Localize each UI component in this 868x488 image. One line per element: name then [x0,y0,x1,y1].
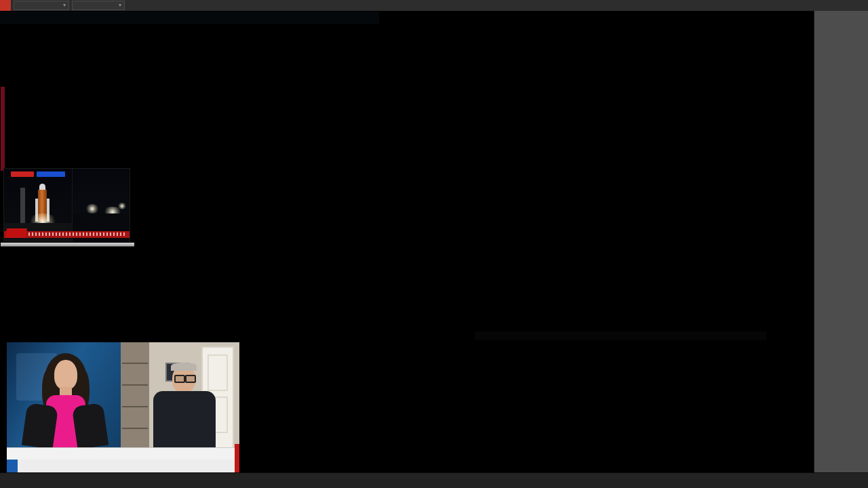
indicator-legend-panel [0,242,135,247]
top-news-badge [7,460,18,472]
chevron-down-icon: ▾ [119,1,121,9]
legend-header [1,243,134,247]
news-ticker-row [7,460,239,472]
guest-scene [121,342,239,447]
ticker-red-strip [235,444,239,472]
instrument-tab-bar [0,472,868,488]
studio-anchor-scene [7,342,121,447]
bar-timer [475,331,766,340]
news-headline [7,447,239,460]
drawing-red-strip [1,87,5,171]
glasses [185,375,196,383]
trading-app-window: { "toolbar": { "chart_label": "Chart", "… [0,0,868,488]
top-toolbar: ▾ ▾ [0,0,868,11]
anchor-face [54,360,77,390]
rocket-stream-video[interactable] [3,168,130,243]
chart-window-button[interactable] [0,0,11,11]
stream-chat-overlay [133,115,245,118]
stream-badge-red [11,171,34,177]
nsf-logo [5,228,27,238]
news-video[interactable] [7,342,239,472]
chevron-down-icon: ▾ [63,1,66,9]
trade-control-panel [814,11,868,472]
dark-sweater [153,391,216,447]
instrument-dropdown[interactable]: ▾ [14,1,69,10]
interval-dropdown[interactable]: ▾ [72,1,125,10]
stream-badge-blue [37,171,65,177]
indicator-header-overlay [0,12,379,24]
